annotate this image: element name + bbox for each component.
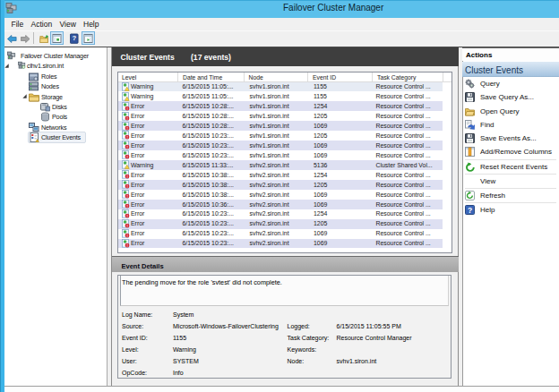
svg-text:?: ?	[72, 34, 76, 42]
svg-text:?: ?	[468, 206, 472, 215]
